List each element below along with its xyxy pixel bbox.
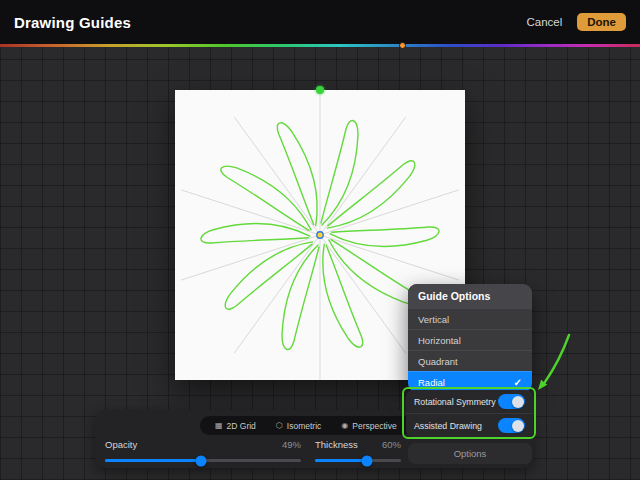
procreate-drawing-guides-screen: Drawing Guides Cancel Done (0, 0, 640, 480)
guide-color-hue-slider[interactable] (0, 44, 640, 47)
checkmark-icon: ✓ (514, 377, 522, 388)
thickness-value: 60% (382, 439, 401, 450)
rotational-symmetry-label: Rotational Symmetry (414, 397, 496, 407)
thickness-slider-thumb[interactable] (361, 455, 372, 466)
options-button[interactable]: Options (408, 443, 532, 464)
guide-options-popup: Guide Options Vertical ✓ Horizontal ✓ Qu… (408, 284, 532, 392)
option-label: Vertical (418, 314, 449, 325)
top-bar: Drawing Guides Cancel Done (0, 0, 640, 44)
toggle-knob (512, 420, 524, 432)
slider-head: Thickness 60% (315, 439, 401, 450)
opacity-slider-thumb[interactable] (196, 455, 207, 466)
thickness-slider-group: Thickness 60% (315, 439, 401, 462)
option-radial[interactable]: Radial ✓ (408, 371, 532, 392)
guide-center-node[interactable] (317, 232, 323, 238)
cancel-button[interactable]: Cancel (526, 16, 562, 28)
tab-2d-grid[interactable]: ▦ 2D Grid (205, 416, 266, 435)
opacity-slider-group: Opacity 49% (105, 439, 301, 462)
opacity-slider-track[interactable] (105, 459, 301, 462)
thickness-label: Thickness (315, 439, 358, 450)
tab-label: Isometric (287, 421, 321, 431)
popup-title: Guide Options (408, 284, 532, 308)
rotational-symmetry-row: Rotational Symmetry (406, 390, 533, 413)
thickness-slider-track[interactable] (315, 459, 401, 462)
assisted-drawing-label: Assisted Drawing (414, 421, 482, 431)
top-bar-actions: Cancel Done (526, 13, 626, 31)
tab-label: 2D Grid (227, 421, 256, 431)
tab-isometric[interactable]: ⬡ Isometric (266, 416, 331, 435)
isometric-icon: ⬡ (276, 422, 283, 430)
option-label: Horizontal (418, 335, 461, 346)
option-quadrant[interactable]: Quadrant ✓ (408, 350, 532, 371)
perspective-icon: ◉ (341, 422, 348, 430)
option-horizontal[interactable]: Horizontal ✓ (408, 329, 532, 350)
opacity-label: Opacity (105, 439, 137, 450)
slider-head: Opacity 49% (105, 439, 301, 450)
assisted-drawing-toggle[interactable] (498, 418, 525, 433)
option-vertical[interactable]: Vertical ✓ (408, 308, 532, 329)
page-title: Drawing Guides (14, 14, 131, 31)
opacity-value: 49% (282, 439, 301, 450)
tab-label: Perspective (352, 421, 396, 431)
guide-rotation-handle[interactable] (316, 86, 324, 94)
guide-type-tabs: ▦ 2D Grid ⬡ Isometric ◉ Perspective (200, 416, 412, 435)
symmetry-toggles-panel: Rotational Symmetry Assisted Drawing (406, 390, 533, 437)
assisted-drawing-row: Assisted Drawing (406, 413, 533, 437)
slider-fill (315, 459, 367, 462)
option-label: Radial (418, 377, 445, 388)
option-label: Quadrant (418, 356, 458, 367)
tab-perspective[interactable]: ◉ Perspective (331, 416, 406, 435)
hue-slider-thumb[interactable] (399, 42, 406, 49)
rotational-symmetry-toggle[interactable] (498, 394, 525, 409)
toggle-knob (512, 396, 524, 408)
grid-icon: ▦ (215, 422, 223, 430)
slider-fill (105, 459, 201, 462)
done-button[interactable]: Done (577, 13, 626, 31)
